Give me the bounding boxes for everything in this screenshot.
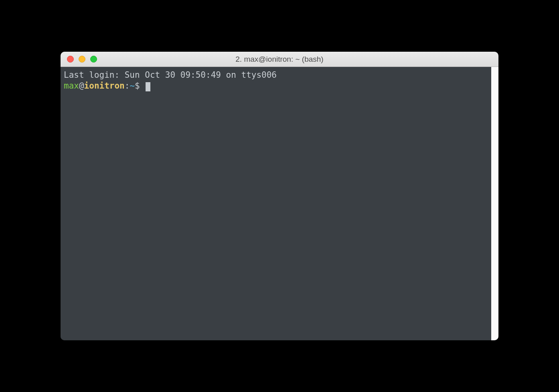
prompt-path: ~	[130, 81, 135, 91]
zoom-icon[interactable]	[90, 56, 97, 63]
terminal-window: 2. max@ionitron: ~ (bash) Last login: Su…	[61, 52, 498, 340]
prompt-dollar: $	[135, 81, 145, 91]
traffic-lights	[61, 56, 97, 63]
last-login-line: Last login: Sun Oct 30 09:50:49 on ttys0…	[64, 70, 277, 80]
prompt-colon: :	[125, 81, 130, 91]
scrollbar-track[interactable]	[491, 67, 498, 340]
terminal-body-wrap: Last login: Sun Oct 30 09:50:49 on ttys0…	[61, 67, 498, 340]
close-icon[interactable]	[67, 56, 74, 63]
window-title: 2. max@ionitron: ~ (bash)	[61, 55, 498, 64]
cursor-icon	[146, 82, 150, 91]
prompt-host: ionitron	[84, 81, 125, 91]
prompt-user: max	[64, 81, 79, 91]
terminal-body[interactable]: Last login: Sun Oct 30 09:50:49 on ttys0…	[61, 67, 491, 340]
minimize-icon[interactable]	[79, 56, 85, 63]
window-titlebar[interactable]: 2. max@ionitron: ~ (bash)	[61, 52, 498, 67]
prompt-at: @	[79, 81, 84, 91]
